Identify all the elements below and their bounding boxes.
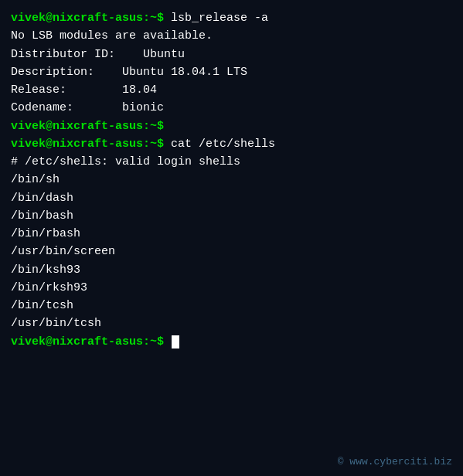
terminal-line-17: /bin/tcsh bbox=[11, 297, 452, 314]
output-13: /bin/rbash bbox=[11, 225, 452, 243]
output-17: /bin/tcsh bbox=[11, 297, 452, 314]
terminal-line-12: /bin/bash bbox=[11, 207, 452, 225]
prompt-7: vivek@nixcraft-asus:~$ bbox=[11, 120, 164, 133]
terminal-line-15: /bin/ksh93 bbox=[11, 261, 452, 279]
output-6: Codename: bionic bbox=[11, 99, 452, 117]
command-8: cat /etc/shells bbox=[164, 138, 275, 151]
terminal-line-10: /bin/sh bbox=[11, 171, 452, 189]
terminal-line-1: vivek@nixcraft-asus:~$ lsb_release -a bbox=[11, 9, 452, 27]
terminal-line-13: /bin/rbash bbox=[11, 225, 452, 243]
terminal-line-11: /bin/dash bbox=[11, 189, 452, 207]
terminal-content: vivek@nixcraft-asus:~$ lsb_release -a No… bbox=[11, 9, 452, 351]
command-1: lsb_release -a bbox=[164, 12, 268, 25]
output-11: /bin/dash bbox=[11, 189, 452, 207]
terminal-line-6: Codename: bionic bbox=[11, 99, 452, 117]
output-5: Release: 18.04 bbox=[11, 81, 452, 99]
output-2: No LSB modules are available. bbox=[11, 27, 452, 45]
watermark: © www.cyberciti.biz bbox=[0, 451, 463, 476]
prompt-8: vivek@nixcraft-asus:~$ bbox=[11, 138, 164, 151]
output-15: /bin/ksh93 bbox=[11, 261, 452, 279]
output-16: /bin/rksh93 bbox=[11, 279, 452, 297]
terminal-line-9: # /etc/shells: valid login shells bbox=[11, 153, 452, 171]
output-4: Description: Ubuntu 18.04.1 LTS bbox=[11, 63, 452, 81]
terminal-line-14: /usr/bin/screen bbox=[11, 243, 452, 260]
terminal-line-3: Distributor ID: Ubuntu bbox=[11, 46, 452, 63]
cursor bbox=[172, 335, 179, 348]
output-3: Distributor ID: Ubuntu bbox=[11, 46, 452, 63]
terminal-line-5: Release: 18.04 bbox=[11, 81, 452, 99]
prompt-1: vivek@nixcraft-asus:~$ bbox=[11, 12, 164, 25]
command-space bbox=[164, 335, 171, 348]
output-18: /usr/bin/tcsh bbox=[11, 314, 452, 332]
terminal-window[interactable]: vivek@nixcraft-asus:~$ lsb_release -a No… bbox=[0, 0, 463, 451]
terminal-line-16: /bin/rksh93 bbox=[11, 279, 452, 297]
terminal-line-18: /usr/bin/tcsh bbox=[11, 314, 452, 332]
terminal-line-7: vivek@nixcraft-asus:~$ bbox=[11, 117, 452, 135]
terminal-line-4: Description: Ubuntu 18.04.1 LTS bbox=[11, 63, 452, 81]
terminal-line-2: No LSB modules are available. bbox=[11, 27, 452, 45]
terminal-line-19: vivek@nixcraft-asus:~$ bbox=[11, 333, 452, 351]
terminal-line-8: vivek@nixcraft-asus:~$ cat /etc/shells bbox=[11, 135, 452, 153]
output-14: /usr/bin/screen bbox=[11, 243, 452, 260]
prompt-19: vivek@nixcraft-asus:~$ bbox=[11, 335, 164, 348]
output-10: /bin/sh bbox=[11, 171, 452, 189]
output-9: # /etc/shells: valid login shells bbox=[11, 153, 452, 171]
output-12: /bin/bash bbox=[11, 207, 452, 225]
